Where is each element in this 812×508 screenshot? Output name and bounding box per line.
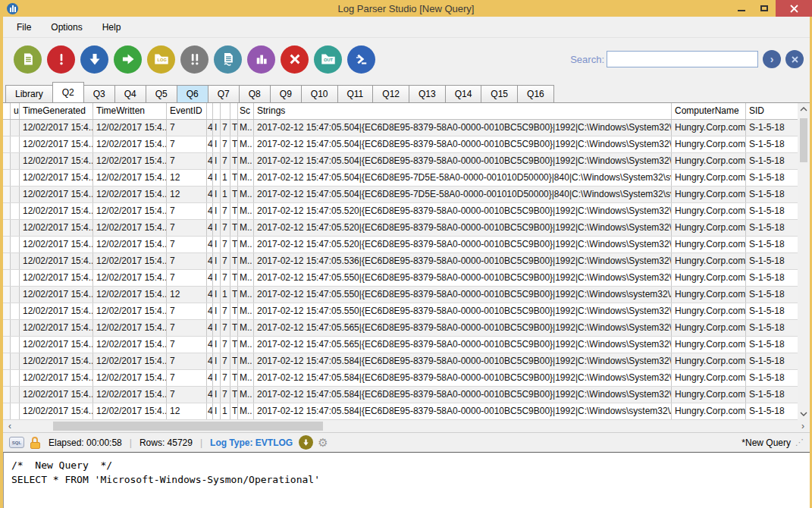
column-header[interactable] — [213, 103, 221, 119]
tab-q10[interactable]: Q10 — [301, 85, 338, 102]
scroll-right-button[interactable]: › — [796, 420, 810, 432]
powershell-button[interactable] — [347, 45, 375, 74]
abort-button[interactable] — [47, 45, 75, 74]
tab-q9[interactable]: Q9 — [270, 85, 302, 102]
run-query-button[interactable] — [114, 45, 142, 74]
table-row[interactable]: 12/02/2017 15:4...12/02/2017 15:4...124I… — [3, 170, 798, 187]
tab-library[interactable]: Library — [5, 85, 53, 102]
horizontal-scrollbar[interactable]: ‹ › — [3, 420, 810, 432]
tab-q14[interactable]: Q14 — [445, 85, 482, 102]
column-header[interactable]: TimeGenerated — [20, 103, 93, 119]
table-row[interactable]: 12/02/2017 15:4...12/02/2017 15:4...74I7… — [3, 320, 798, 337]
tab-q13[interactable]: Q13 — [409, 85, 446, 102]
chart-button[interactable] — [247, 45, 275, 74]
close-button[interactable] — [776, 0, 812, 17]
cell: 12/02/2017 15:4... — [93, 187, 167, 202]
column-header[interactable] — [3, 103, 11, 119]
tab-q6[interactable]: Q6 — [177, 85, 208, 102]
cell: 12/02/2017 15:4... — [93, 403, 167, 419]
menu-options[interactable]: Options — [51, 22, 82, 33]
column-header[interactable] — [221, 103, 230, 119]
table-row[interactable]: 12/02/2017 15:4...12/02/2017 15:4...74I7… — [3, 153, 798, 170]
resize-grip[interactable]: ⋰ — [795, 437, 804, 447]
tab-q15[interactable]: Q15 — [481, 85, 518, 102]
column-header[interactable]: u — [11, 103, 20, 119]
cell: 7 — [167, 136, 207, 152]
horizontal-scroll-thumb[interactable] — [53, 422, 323, 431]
vertical-scrollbar[interactable] — [798, 103, 810, 420]
warnings-button[interactable] — [180, 45, 208, 74]
gear-icon[interactable]: ⚙ — [318, 436, 328, 450]
cell: 12/02/2017 15:4... — [20, 237, 93, 252]
output-folder-button[interactable]: OUT — [314, 45, 342, 74]
column-header[interactable]: Strings — [254, 103, 672, 119]
chevron-right-icon: › — [770, 53, 774, 65]
query-editor[interactable]: /* New Query */SELECT * FROM 'Microsoft-… — [3, 452, 810, 508]
log-type-dropdown-button[interactable] — [299, 435, 313, 450]
tab-q5[interactable]: Q5 — [146, 85, 177, 102]
log-folder-button[interactable]: LOG — [147, 45, 175, 74]
scroll-left-button[interactable]: ‹ — [3, 420, 17, 432]
document-edit-icon — [221, 52, 236, 67]
minimize-button[interactable] — [730, 0, 753, 17]
table-row[interactable]: 12/02/2017 15:4...12/02/2017 15:4...124I… — [3, 403, 798, 420]
table-row[interactable]: 12/02/2017 15:4...12/02/2017 15:4...74I7… — [3, 353, 798, 370]
cell: 7 — [221, 120, 230, 136]
maximize-button[interactable] — [753, 0, 776, 17]
table-row[interactable]: 12/02/2017 15:4...12/02/2017 15:4...74I7… — [3, 220, 798, 237]
column-header[interactable]: EventID — [167, 103, 207, 119]
cell: 12 — [167, 287, 207, 303]
search-clear-button[interactable] — [785, 50, 804, 68]
tab-q12[interactable]: Q12 — [372, 85, 409, 102]
table-row[interactable]: 12/02/2017 15:4...12/02/2017 15:4...74I7… — [3, 387, 798, 403]
cell: 7 — [167, 320, 207, 336]
cell: 4 — [207, 170, 213, 186]
table-row[interactable]: 12/02/2017 15:4...12/02/2017 15:4...74I7… — [3, 253, 798, 270]
table-row[interactable]: 12/02/2017 15:4...12/02/2017 15:4...74I7… — [3, 337, 798, 353]
download-button[interactable] — [80, 45, 108, 74]
cell — [3, 237, 11, 252]
table-row[interactable]: 12/02/2017 15:4...12/02/2017 15:4...74I7… — [3, 270, 798, 287]
cell: 4 — [207, 203, 213, 219]
tab-q16[interactable]: Q16 — [517, 85, 554, 102]
cell: 4 — [207, 253, 213, 269]
tab-q11[interactable]: Q11 — [337, 85, 374, 102]
tab-q2[interactable]: Q2 — [52, 82, 84, 102]
edit-query-button[interactable] — [214, 45, 242, 74]
column-header[interactable]: TimeWritten — [93, 103, 167, 119]
cell — [3, 203, 11, 219]
folder-log-icon: LOG — [153, 51, 170, 67]
cell: S-1-5-18 — [746, 153, 798, 169]
new-query-button[interactable] — [14, 45, 42, 74]
table-row[interactable]: 12/02/2017 15:4...12/02/2017 15:4...74I7… — [3, 237, 798, 253]
table-row[interactable]: 12/02/2017 15:4...12/02/2017 15:4...124I… — [3, 287, 798, 303]
tab-q7[interactable]: Q7 — [208, 85, 240, 102]
menu-help[interactable]: Help — [102, 22, 121, 33]
column-header[interactable]: SID — [746, 103, 798, 119]
table-row[interactable]: 12/02/2017 15:4...12/02/2017 15:4...74I7… — [3, 120, 798, 136]
table-row[interactable]: 12/02/2017 15:4...12/02/2017 15:4...74I7… — [3, 136, 798, 153]
tab-q3[interactable]: Q3 — [83, 85, 115, 102]
vertical-scroll-thumb[interactable] — [800, 118, 807, 162]
search-go-button[interactable]: › — [763, 50, 781, 68]
cell: 2017-02-12 15:47:05.536|{EC6D8E95-8379-5… — [254, 253, 672, 269]
table-row[interactable]: 12/02/2017 15:4...12/02/2017 15:4...74I7… — [3, 203, 798, 220]
column-header[interactable] — [207, 103, 213, 119]
menu-file[interactable]: File — [17, 22, 31, 33]
table-row[interactable]: 12/02/2017 15:4...12/02/2017 15:4...124I… — [3, 187, 798, 203]
scroll-up-button[interactable] — [798, 103, 810, 115]
close-query-button[interactable] — [281, 45, 309, 74]
cell — [3, 303, 11, 319]
column-header[interactable]: ComputerName — [672, 103, 746, 119]
cell: M.. — [238, 270, 254, 286]
cell: 2017-02-12 15:47:05.550|{EC6D8E95-8379-5… — [254, 303, 672, 319]
scroll-down-button[interactable] — [798, 408, 810, 420]
table-row[interactable]: 12/02/2017 15:4...12/02/2017 15:4...74I7… — [3, 370, 798, 387]
tab-q8[interactable]: Q8 — [239, 85, 271, 102]
column-header[interactable] — [230, 103, 238, 119]
search-input[interactable] — [607, 51, 758, 67]
table-row[interactable]: 12/02/2017 15:4...12/02/2017 15:4...74I7… — [3, 303, 798, 320]
arrow-down-icon — [302, 438, 310, 447]
column-header[interactable]: Sc — [238, 103, 254, 119]
tab-q4[interactable]: Q4 — [114, 85, 146, 102]
